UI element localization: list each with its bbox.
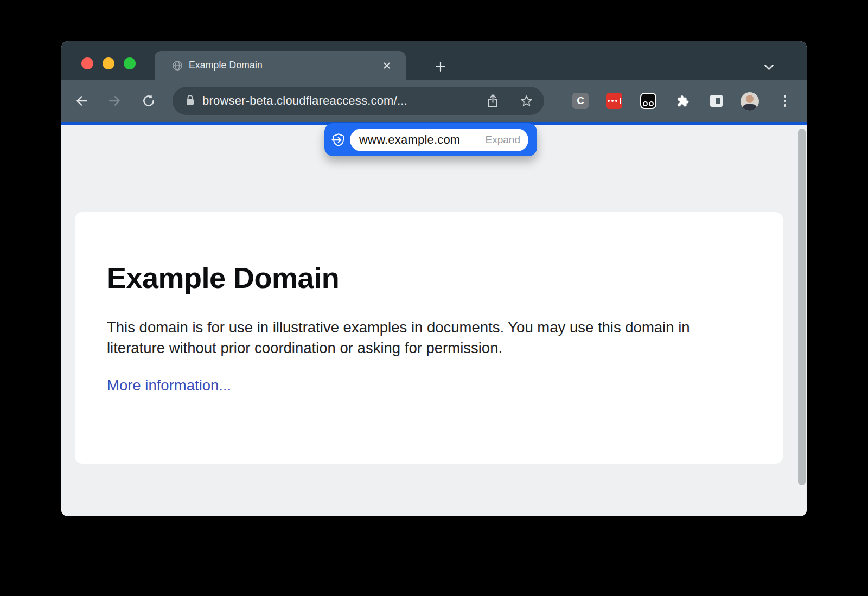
extension-password-manager-icon[interactable] <box>606 93 622 109</box>
share-icon[interactable] <box>484 93 501 109</box>
traffic-light-close[interactable] <box>81 57 93 69</box>
tab-strip: Example Domain <box>61 41 807 80</box>
bookmark-star-icon[interactable] <box>518 93 534 109</box>
new-tab-button[interactable] <box>431 57 450 76</box>
profile-avatar[interactable] <box>740 92 760 111</box>
shield-arrow-icon <box>330 132 347 148</box>
browser-isolation-banner[interactable]: www.example.com Expand <box>324 123 537 156</box>
url-text: browser-beta.cloudflareaccess.com/... <box>202 94 407 108</box>
traffic-light-maximize[interactable] <box>124 57 136 69</box>
globe-favicon-icon <box>172 60 183 71</box>
isolated-domain-field[interactable]: www.example.com Expand <box>350 129 528 151</box>
side-panel-icon[interactable] <box>708 93 724 109</box>
browser-menu-icon[interactable] <box>777 93 793 109</box>
back-icon[interactable] <box>69 89 93 113</box>
page-title: Example Domain <box>107 261 750 294</box>
browser-window: Example Domain <box>61 41 807 516</box>
toolbar: browser-beta.cloudflareaccess.com/... C <box>61 80 807 122</box>
reload-icon[interactable] <box>137 89 161 113</box>
traffic-light-minimize[interactable] <box>103 57 114 69</box>
address-bar[interactable]: browser-beta.cloudflareaccess.com/... <box>173 87 544 115</box>
tab-close-icon[interactable] <box>380 59 394 73</box>
extension-c-icon[interactable]: C <box>572 93 589 109</box>
extension-dark-circles-icon[interactable] <box>640 93 656 109</box>
isolated-domain-text: www.example.com <box>359 133 460 147</box>
browser-tab[interactable]: Example Domain <box>155 51 406 80</box>
forward-icon[interactable] <box>103 89 127 113</box>
expand-button[interactable]: Expand <box>486 134 520 146</box>
page-paragraph: This domain is for use in illustrative e… <box>107 317 733 358</box>
chevron-down-icon[interactable] <box>760 62 777 73</box>
more-information-link[interactable]: More information... <box>107 377 231 394</box>
page-viewport: www.example.com Expand Example Domain Th… <box>61 125 807 516</box>
extensions-puzzle-icon[interactable] <box>674 93 690 109</box>
content-card: Example Domain This domain is for use in… <box>75 212 783 464</box>
scrollbar-thumb[interactable] <box>798 129 806 485</box>
tab-title: Example Domain <box>189 60 263 71</box>
lock-icon[interactable] <box>186 94 195 108</box>
